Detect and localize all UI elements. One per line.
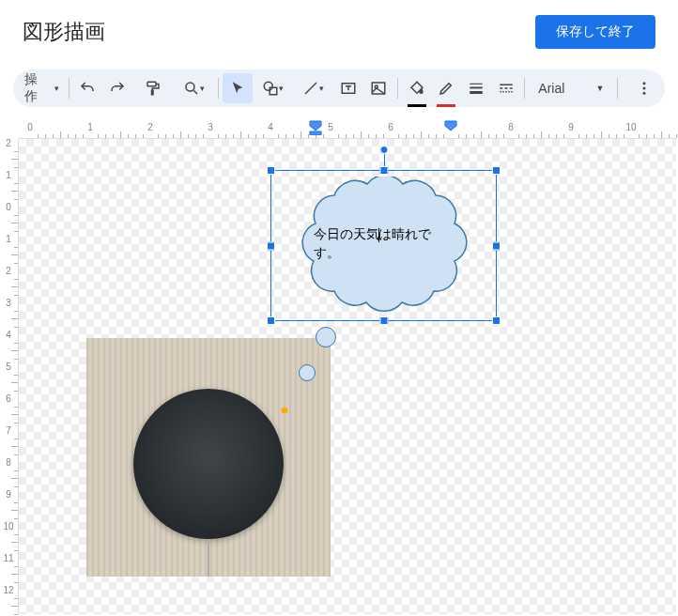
textbox-tool[interactable]	[334, 73, 364, 103]
svg-rect-0	[147, 82, 156, 86]
resize-handle-sw[interactable]	[267, 316, 275, 325]
svg-point-3	[264, 82, 272, 90]
svg-rect-8	[470, 84, 483, 85]
indent-marker-left[interactable]	[309, 120, 322, 135]
chevron-down-icon: ▾	[54, 84, 59, 93]
resize-handle-nw[interactable]	[267, 166, 275, 175]
resize-handle-w[interactable]	[267, 241, 275, 250]
pencil-icon	[438, 80, 455, 97]
chevron-down-icon: ▾	[200, 84, 205, 93]
svg-rect-11	[500, 85, 513, 86]
border-weight-button[interactable]	[461, 73, 491, 103]
font-select[interactable]: Arial▼	[529, 73, 613, 103]
chevron-down-icon: ▾	[319, 84, 324, 93]
zoom-button[interactable]: ▾	[173, 73, 214, 103]
svg-point-2	[186, 83, 194, 91]
indent-marker-right[interactable]	[444, 120, 457, 131]
resize-handle-se[interactable]	[492, 316, 501, 325]
svg-rect-9	[470, 87, 483, 89]
textbox-icon	[340, 80, 357, 97]
more-button[interactable]	[629, 73, 659, 103]
save-and-close-button[interactable]: 保存して終了	[535, 15, 655, 49]
shape-icon	[262, 80, 279, 97]
dialog-title: 図形描画	[23, 18, 105, 46]
chevron-down-icon: ▼	[595, 84, 604, 93]
more-vertical-icon	[636, 80, 653, 97]
resize-handle-ne[interactable]	[492, 166, 501, 175]
image-icon	[370, 80, 387, 97]
border-dash-icon	[498, 80, 515, 97]
fill-color-swatch	[408, 104, 426, 107]
selection-box	[270, 170, 497, 321]
image-content	[133, 389, 284, 539]
shape-tool[interactable]: ▾	[253, 73, 294, 103]
border-weight-icon	[468, 80, 485, 97]
cursor-icon	[229, 80, 246, 97]
thought-bubble-tail	[316, 327, 336, 347]
image-content	[282, 408, 287, 413]
line-icon	[302, 80, 319, 97]
paint-bucket-icon	[408, 80, 425, 97]
drawing-canvas[interactable]: 今日の天気は晴れです。	[19, 139, 676, 614]
resize-handle-n[interactable]	[379, 166, 388, 175]
image-tool[interactable]	[363, 73, 393, 103]
undo-icon	[79, 80, 96, 97]
svg-rect-15	[310, 131, 321, 135]
chevron-down-icon: ▾	[279, 84, 284, 93]
svg-rect-10	[470, 91, 483, 94]
actions-menu[interactable]: 操作▾	[19, 73, 65, 103]
resize-handle-e[interactable]	[492, 241, 501, 250]
paint-format-button[interactable]	[132, 73, 174, 103]
zoom-icon	[183, 80, 200, 97]
svg-rect-1	[151, 90, 153, 95]
undo-button[interactable]	[73, 73, 103, 103]
toolbar: 操作▾ ▾ ▾ ▾ Arial▼	[0, 64, 678, 113]
thought-bubble-tail	[299, 364, 316, 381]
border-color-button[interactable]	[431, 73, 461, 103]
rotation-handle[interactable]	[379, 146, 388, 154]
line-tool[interactable]: ▾	[293, 73, 334, 103]
horizontal-ruler: 012345678910	[19, 122, 676, 139]
fill-color-button[interactable]	[402, 73, 432, 103]
border-dash-button[interactable]	[491, 73, 521, 103]
redo-icon	[109, 80, 126, 97]
inserted-image[interactable]	[86, 338, 331, 577]
svg-point-13	[643, 87, 646, 90]
svg-point-14	[643, 92, 646, 95]
resize-handle-s[interactable]	[379, 316, 388, 325]
svg-rect-4	[270, 87, 277, 95]
redo-button[interactable]	[102, 73, 132, 103]
select-tool[interactable]	[223, 73, 253, 103]
svg-point-12	[643, 82, 646, 85]
border-color-swatch	[437, 104, 455, 107]
paint-roller-icon	[145, 80, 162, 97]
vertical-ruler: 210123456789101112	[2, 139, 19, 614]
